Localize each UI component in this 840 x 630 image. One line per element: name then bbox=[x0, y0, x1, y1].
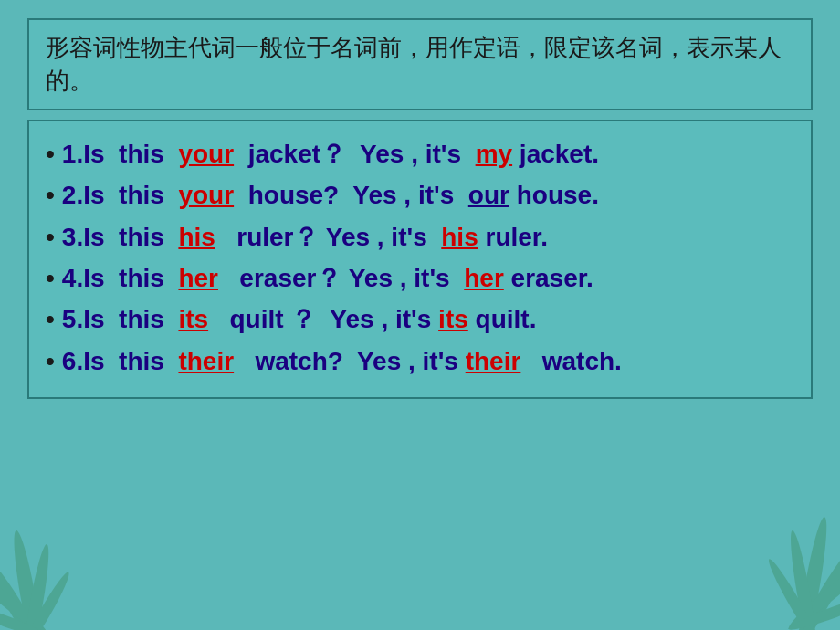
s5-part2: quilt ？ Yes , it's bbox=[208, 299, 438, 339]
s2-part2: house? Yes , it's bbox=[234, 175, 468, 215]
sentence-1: 1.Is this your jacket？ Yes , it's my jac… bbox=[46, 134, 794, 173]
s4-her2: her bbox=[464, 258, 504, 298]
svg-point-0 bbox=[0, 561, 52, 630]
svg-point-5 bbox=[0, 600, 49, 630]
sentence-5: 5.Is this its quilt ？ Yes , it's its qui… bbox=[46, 299, 794, 339]
s3-his2: his bbox=[441, 217, 478, 257]
header-box: 形容词性物主代词一般位于名词前，用作定语，限定该名词，表示某人的。 bbox=[27, 18, 813, 110]
s6-watch: watch. bbox=[520, 341, 621, 381]
svg-point-2 bbox=[0, 565, 52, 630]
header-text: 形容词性物主代词一般位于名词前，用作定语，限定该名词，表示某人的。 bbox=[46, 31, 794, 98]
s6-part2: watch? Yes , it's bbox=[234, 341, 466, 381]
s2-our: our bbox=[468, 175, 509, 215]
svg-point-9 bbox=[786, 530, 821, 630]
main-container: 形容词性物主代词一般位于名词前，用作定语，限定该名词，表示某人的。 1.Is t… bbox=[27, 18, 813, 399]
s1-my: my bbox=[476, 134, 512, 173]
sentence-3: 3.Is this his ruler？ Yes , it's his rule… bbox=[46, 217, 794, 257]
s1-part2: jacket？ Yes , it's bbox=[234, 134, 476, 173]
s2-part3: house. bbox=[509, 175, 599, 215]
s1-part3: jacket. bbox=[512, 134, 599, 173]
sentence-2: 2.Is this your house? Yes , it's our hou… bbox=[46, 175, 794, 215]
svg-point-3 bbox=[20, 543, 53, 630]
s5-its2: its bbox=[438, 299, 468, 339]
svg-point-10 bbox=[764, 556, 824, 630]
svg-point-11 bbox=[786, 590, 840, 630]
svg-point-7 bbox=[793, 516, 832, 630]
s3-part1: 3.Is this bbox=[62, 217, 179, 257]
svg-point-4 bbox=[18, 570, 73, 630]
s5-part1: 5.Is this bbox=[62, 299, 179, 339]
s3-part3: ruler. bbox=[478, 217, 548, 257]
s3-his1: his bbox=[178, 217, 215, 257]
s6-their1: their bbox=[178, 341, 234, 381]
s3-part2: ruler？ Yes , it's bbox=[215, 217, 441, 257]
s4-part2: eraser？ Yes , it's bbox=[218, 258, 464, 298]
s2-your: your bbox=[178, 175, 234, 215]
s5-part3: quilt. bbox=[468, 299, 537, 339]
sentence-list: 1.Is this your jacket？ Yes , it's my jac… bbox=[46, 134, 794, 381]
s1-your: your bbox=[178, 134, 234, 173]
s4-her1: her bbox=[178, 258, 218, 298]
s2-part1: 2.Is this bbox=[62, 175, 179, 215]
s4-part3: eraser. bbox=[504, 258, 593, 298]
sentence-6: 6.Is this their watch? Yes , it's their … bbox=[46, 341, 794, 381]
svg-point-8 bbox=[785, 553, 840, 630]
s6-part1: 6.Is this bbox=[62, 341, 179, 381]
s5-its1: its bbox=[178, 299, 208, 339]
s4-part1: 4.Is this bbox=[62, 258, 179, 298]
content-box: 1.Is this your jacket？ Yes , it's my jac… bbox=[27, 120, 813, 399]
sentence-4: 4.Is this her eraser？ Yes , it's her era… bbox=[46, 258, 794, 298]
s1-part1: 1.Is this bbox=[62, 134, 179, 173]
s6-their2: their bbox=[466, 341, 521, 381]
svg-point-6 bbox=[783, 543, 840, 630]
svg-point-1 bbox=[9, 530, 46, 630]
